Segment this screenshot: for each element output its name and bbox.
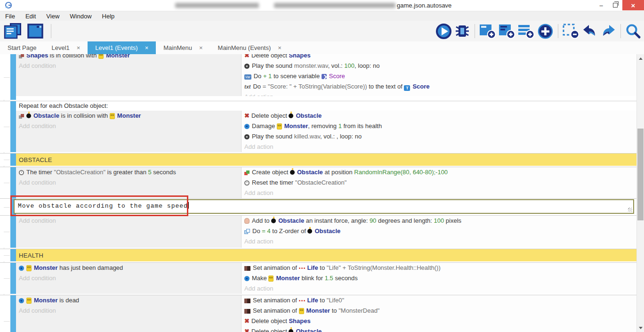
- comment-event[interactable]: Move obstacle according to the game spee…: [0, 198, 636, 215]
- event-selection-bar[interactable]: [10, 216, 16, 248]
- conditions-cell[interactable]: Shapes is in collision with MonsterAdd c…: [16, 54, 242, 96]
- scrollbar-down-button[interactable]: [637, 324, 644, 331]
- tab-close-icon[interactable]: ×: [145, 44, 149, 51]
- conditions-cell[interactable]: Monster is deadAdd condition: [16, 295, 242, 332]
- event-instruction[interactable]: Create object Obstacle at position Rando…: [242, 167, 636, 178]
- event-selection-bar[interactable]: [10, 54, 16, 100]
- event-instruction[interactable]: txtDo = "Score: " + ToString(Variable(Sc…: [242, 81, 636, 92]
- add-condition-button[interactable]: Add condition: [16, 273, 241, 283]
- conditions-cell[interactable]: The timer "ObstacleCreation" is greater …: [16, 167, 242, 198]
- conditions-cell[interactable]: Obstacle is in collision with MonsterAdd…: [16, 111, 242, 152]
- play-button[interactable]: [435, 23, 452, 40]
- event-instruction[interactable]: Make Monster blink for 1.5 seconds: [242, 273, 636, 283]
- tab-level1[interactable]: Level1×: [44, 41, 88, 54]
- add-comment-button[interactable]: [518, 23, 535, 39]
- event-row[interactable]: The timer "ObstacleCreation" is greater …: [0, 167, 636, 198]
- event-instruction[interactable]: Obstacle is in collision with Monster: [16, 111, 241, 121]
- menu-item-help[interactable]: Help: [97, 13, 120, 20]
- event-selection-bar[interactable]: [10, 101, 16, 152]
- add-event-button[interactable]: [479, 23, 496, 39]
- event-instruction[interactable]: Set animation of Life to "Life0": [242, 295, 636, 306]
- event-instruction[interactable]: The timer "ObstacleCreation" is greater …: [16, 167, 241, 178]
- menu-item-file[interactable]: File: [0, 13, 20, 20]
- group-event[interactable]: HEALTH: [0, 249, 636, 261]
- event-instruction[interactable]: Set animation of Life to "Life" + ToStri…: [242, 263, 636, 273]
- add-action-button[interactable]: Add action: [242, 188, 636, 198]
- tab-level1-events-[interactable]: Level1 (Events)×: [88, 41, 156, 54]
- tab-mainmenu[interactable]: MainMenu×: [156, 41, 210, 54]
- event-selection-bar[interactable]: [10, 167, 16, 198]
- add-action-button[interactable]: Add action: [242, 283, 636, 294]
- event-instruction[interactable]: ✖Delete object Shapes: [242, 54, 636, 61]
- comment-input[interactable]: Move obstacle according to the game spee…: [14, 199, 634, 214]
- event-instruction[interactable]: ✖Delete object Obstacle: [242, 111, 636, 121]
- event-instruction[interactable]: Play the sound killed.wav, vol.: , loop:…: [242, 131, 636, 142]
- menu-item-edit[interactable]: Edit: [20, 13, 41, 20]
- event-instruction[interactable]: Set animation of Monster to "MonsterDead…: [242, 306, 636, 316]
- event-instruction[interactable]: Damage Monster, removing 1 from its heal…: [242, 121, 636, 131]
- search-button[interactable]: [625, 23, 641, 39]
- project-manager-button[interactable]: [4, 23, 23, 40]
- repeat-event-header[interactable]: Repeat for each Obstacle object:: [16, 101, 636, 111]
- event-row[interactable]: Add conditionAdd to Obstacle an instant …: [0, 215, 636, 248]
- event-instruction[interactable]: ✖Delete object Obstacle: [242, 326, 636, 332]
- vertical-scrollbar[interactable]: [636, 54, 644, 332]
- event-selection-bar[interactable]: [10, 249, 16, 261]
- menu-item-window[interactable]: Window: [64, 13, 97, 20]
- conditions-cell[interactable]: Monster has just been damagedAdd conditi…: [16, 263, 242, 294]
- actions-cell[interactable]: Add to Obstacle an instant force, angle:…: [242, 216, 636, 248]
- tab-mainmenu-events-[interactable]: MainMenu (Events)×: [210, 41, 289, 54]
- event-instruction[interactable]: Add to Obstacle an instant force, angle:…: [242, 216, 636, 226]
- tab-start-page[interactable]: Start Page: [0, 41, 44, 54]
- group-event[interactable]: OBSTACLE: [0, 153, 636, 166]
- event-row[interactable]: Repeat for each Obstacle object:Obstacle…: [0, 101, 636, 152]
- scene-editor-button[interactable]: [27, 23, 44, 40]
- add-action-button[interactable]: Add action: [242, 92, 636, 96]
- event-row[interactable]: Monster is deadAdd conditionSet animatio…: [0, 295, 636, 332]
- add-action-button[interactable]: Add action: [242, 236, 636, 247]
- group-header[interactable]: OBSTACLE: [16, 154, 636, 166]
- scrollbar-thumb[interactable]: [637, 129, 644, 220]
- actions-cell[interactable]: Create object Obstacle at position Rando…: [242, 167, 636, 198]
- add-condition-button[interactable]: Add condition: [16, 216, 241, 226]
- minimize-button[interactable]: –: [594, 0, 608, 10]
- event-instruction[interactable]: Do = 4 to Z-order of Obstacle: [242, 226, 636, 236]
- event-selection-bar[interactable]: [10, 263, 16, 294]
- actions-cell[interactable]: Set animation of Life to "Life" + ToStri…: [242, 263, 636, 294]
- add-circle-button[interactable]: [537, 23, 554, 40]
- event-instruction[interactable]: Monster has just been damaged: [16, 263, 241, 273]
- debug-button[interactable]: [454, 23, 470, 39]
- scrollbar-up-button[interactable]: [637, 55, 644, 62]
- actions-cell[interactable]: ✖Delete object ShapesPlay the sound mons…: [242, 54, 636, 96]
- event-instruction[interactable]: Reset the timer "ObstacleCreation": [242, 178, 636, 188]
- remove-event-button[interactable]: [563, 23, 580, 39]
- conditions-cell[interactable]: Add condition: [16, 216, 242, 248]
- menu-item-view[interactable]: View: [41, 13, 64, 20]
- event-instruction[interactable]: Shapes is in collision with Monster: [16, 54, 241, 61]
- redo-button[interactable]: [600, 24, 616, 39]
- event-instruction[interactable]: Play the sound monster.wav, vol.: 100, l…: [242, 61, 636, 71]
- add-condition-button[interactable]: Add condition: [16, 61, 241, 71]
- undo-button[interactable]: [582, 24, 598, 39]
- event-instruction[interactable]: Monster is dead: [16, 295, 241, 306]
- tab-close-icon[interactable]: ×: [199, 44, 203, 51]
- actions-cell[interactable]: ✖Delete object ObstacleDamage Monster, r…: [242, 111, 636, 152]
- close-button[interactable]: ×: [622, 0, 644, 10]
- add-action-button[interactable]: Add action: [242, 142, 636, 152]
- add-condition-button[interactable]: Add condition: [16, 121, 241, 131]
- event-row[interactable]: Shapes is in collision with MonsterAdd c…: [0, 54, 636, 100]
- group-header[interactable]: HEALTH: [16, 249, 636, 261]
- event-instruction[interactable]: VarDo + 1 to scene variable Score: [242, 71, 636, 81]
- add-condition-button[interactable]: Add condition: [16, 306, 241, 316]
- event-instruction[interactable]: ✖Delete object Shapes: [242, 316, 636, 326]
- add-subevent-button[interactable]: [499, 23, 515, 39]
- event-selection-bar[interactable]: [10, 154, 16, 166]
- event-row[interactable]: Monster has just been damagedAdd conditi…: [0, 262, 636, 294]
- add-condition-button[interactable]: Add condition: [16, 178, 241, 188]
- tab-close-icon[interactable]: ×: [278, 44, 282, 51]
- resize-handle[interactable]: [628, 208, 632, 212]
- actions-cell[interactable]: Set animation of Life to "Life0"Set anim…: [242, 295, 636, 332]
- restore-button[interactable]: [608, 0, 622, 10]
- event-selection-bar[interactable]: [10, 295, 16, 332]
- tab-close-icon[interactable]: ×: [77, 44, 80, 51]
